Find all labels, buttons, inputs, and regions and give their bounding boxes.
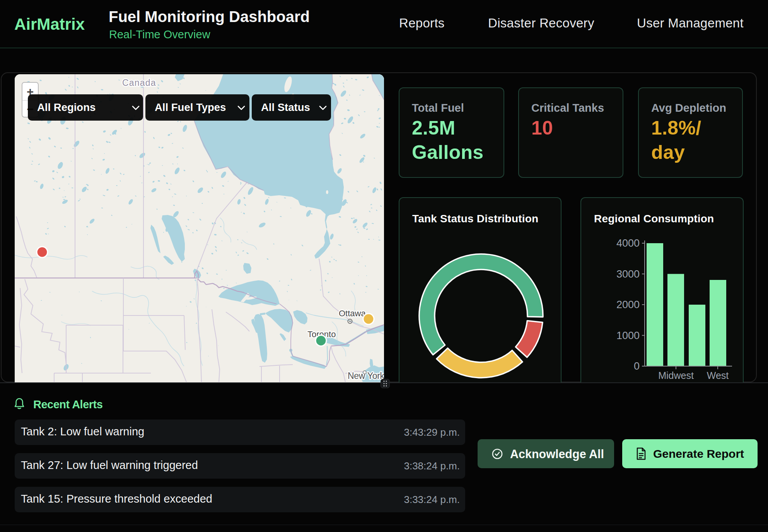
svg-text:Canada: Canada [122,78,156,88]
svg-text:1000: 1000 [616,330,640,341]
svg-text:Midwest: Midwest [658,370,694,381]
svg-text:4000: 4000 [616,237,640,249]
svg-text:West: West [707,370,729,381]
svg-text:0: 0 [634,360,640,372]
svg-text:2000: 2000 [616,299,640,310]
svg-text:Ottawa: Ottawa [339,309,366,318]
svg-text:3000: 3000 [616,268,640,280]
